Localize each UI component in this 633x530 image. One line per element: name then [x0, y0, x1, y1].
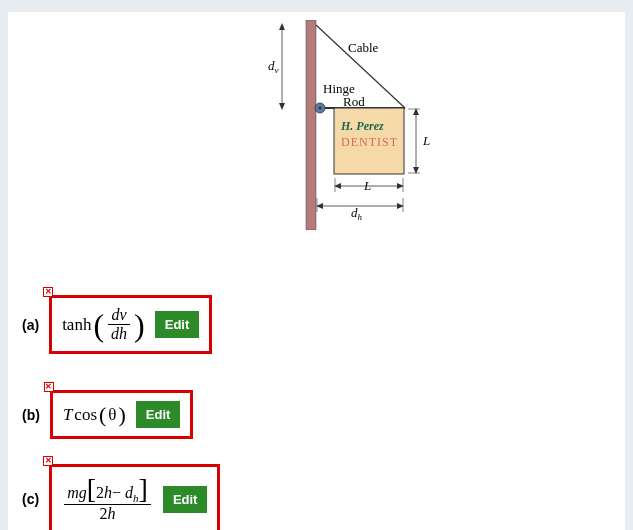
svg-text:H. Perez: H. Perez — [340, 119, 384, 133]
edit-button-b[interactable]: Edit — [136, 401, 181, 428]
part-a-label: (a) — [22, 317, 39, 333]
close-icon[interactable]: ✕ — [43, 287, 53, 297]
svg-text:L: L — [422, 133, 430, 148]
edit-button-c[interactable]: Edit — [163, 486, 208, 513]
close-icon[interactable]: ✕ — [44, 382, 54, 392]
answer-box-b: ✕ T cos ( θ ) Edit — [50, 390, 194, 439]
formula-b: T cos ( θ ) — [63, 402, 126, 428]
svg-text:dh: dh — [351, 205, 363, 222]
part-c-label: (c) — [22, 491, 39, 507]
svg-point-11 — [319, 107, 322, 110]
formula-c: mg[2h− dh] 2h — [62, 475, 153, 523]
part-b-label: (b) — [22, 407, 40, 423]
svg-text:Rod: Rod — [343, 94, 365, 109]
svg-text:L: L — [363, 178, 371, 193]
svg-text:DENTIST: DENTIST — [341, 135, 398, 149]
svg-rect-0 — [306, 20, 316, 230]
physics-diagram: dv Cable Hinge Rod H. Perez DENTIST L L — [268, 20, 463, 230]
edit-button-a[interactable]: Edit — [155, 311, 200, 338]
answer-box-c: ✕ mg[2h− dh] 2h Edit — [49, 464, 220, 530]
formula-a: tanh ( dv dh ) — [62, 306, 145, 343]
svg-text:dv: dv — [268, 58, 279, 75]
svg-text:Cable: Cable — [348, 40, 379, 55]
svg-marker-2 — [279, 23, 285, 30]
close-icon[interactable]: ✕ — [43, 456, 53, 466]
svg-marker-3 — [279, 103, 285, 110]
answer-box-a: ✕ tanh ( dv dh ) Edit — [49, 295, 212, 354]
